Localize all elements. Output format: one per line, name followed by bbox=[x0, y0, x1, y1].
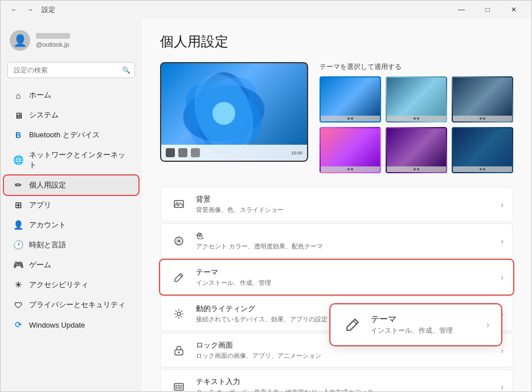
theme-thumbnail-5[interactable] bbox=[386, 127, 447, 173]
theme-thumbnails: テーマを選択して適用する bbox=[320, 62, 513, 173]
back-button[interactable]: ← bbox=[7, 3, 21, 16]
text-input-icon bbox=[170, 378, 188, 392]
taskbar-preview: 10:30 bbox=[161, 145, 307, 161]
item-desc-theme: インストール、作成、管理 bbox=[196, 279, 501, 287]
theme-select-label: テーマを選択して適用する bbox=[320, 62, 513, 72]
svg-rect-6 bbox=[174, 201, 183, 207]
settings-list: 背景 背景画像、色、スライドショー › 色 bbox=[160, 187, 513, 391]
theme-thumbnail-2[interactable] bbox=[386, 76, 447, 122]
sidebar-item-network[interactable]: 🌐 ネットワークとインターネット bbox=[4, 145, 138, 175]
theme-thumbnail-3[interactable] bbox=[452, 76, 513, 122]
svg-rect-25 bbox=[175, 387, 177, 389]
tb-dot bbox=[351, 117, 353, 120]
arrow-icon-background: › bbox=[501, 200, 504, 209]
titlebar-left: ← → 設定 bbox=[7, 3, 55, 16]
taskbar-app-icon2 bbox=[191, 148, 200, 157]
time-icon: 🕐 bbox=[13, 240, 23, 250]
sidebar-item-windows-update[interactable]: ⟳ Windows Update bbox=[4, 315, 138, 334]
thumbnail-grid bbox=[320, 76, 513, 173]
system-icon: 🖥 bbox=[13, 110, 23, 120]
forward-button[interactable]: → bbox=[23, 3, 37, 16]
svg-line-15 bbox=[175, 311, 177, 312]
titlebar: ← → 設定 — □ ✕ bbox=[1, 1, 531, 19]
theme-thumbnail-6[interactable] bbox=[452, 127, 513, 173]
svg-rect-24 bbox=[181, 385, 182, 386]
window-controls: — □ ✕ bbox=[448, 1, 527, 19]
theme-tooltip-popup[interactable]: テーマ インストール、作成、管理 › bbox=[330, 304, 501, 345]
sidebar-item-label: アプリ bbox=[29, 200, 51, 210]
thumb-taskbar-6 bbox=[453, 166, 512, 172]
sidebar-item-label: ゲーム bbox=[29, 260, 51, 270]
sidebar-item-label: Bluetooth とデバイス bbox=[29, 130, 100, 140]
settings-item-text-input[interactable]: テキスト入力 タッチ キーボード、音声入力、絵文字など、入力方式エディター › bbox=[160, 369, 513, 391]
personalization-icon: ✏ bbox=[13, 180, 23, 190]
item-title-theme: テーマ bbox=[196, 267, 501, 277]
wallpaper-preview: 10:30 bbox=[160, 62, 308, 162]
sidebar-item-system[interactable]: 🖥 システム bbox=[4, 105, 138, 125]
settings-item-background[interactable]: 背景 背景画像、色、スライドショー › bbox=[160, 187, 513, 222]
arrow-icon-lock-screen: › bbox=[501, 346, 504, 355]
thumb-taskbar-1 bbox=[321, 116, 380, 121]
search-input[interactable] bbox=[7, 62, 135, 78]
accessibility-icon: ✳ bbox=[13, 280, 23, 290]
theme-thumbnail-4[interactable] bbox=[320, 127, 381, 173]
svg-point-20 bbox=[178, 352, 180, 353]
item-title-text-input: テキスト入力 bbox=[196, 377, 501, 387]
sidebar-item-personalization[interactable]: ✏ 個人用設定 bbox=[4, 175, 138, 195]
maximize-button[interactable]: □ bbox=[474, 1, 501, 19]
arrow-icon-dynamic-lighting: › bbox=[501, 309, 504, 318]
svg-rect-21 bbox=[174, 383, 183, 390]
windows-update-icon: ⟳ bbox=[13, 320, 23, 330]
sidebar-item-accounts[interactable]: 👤 アカウント bbox=[4, 215, 138, 235]
sidebar-item-label: ネットワークとインターネット bbox=[29, 150, 129, 170]
sidebar-item-label: 個人用設定 bbox=[29, 180, 66, 190]
theme-section: 10:30 テーマを選択して適用する bbox=[160, 62, 513, 173]
network-icon: 🌐 bbox=[13, 155, 23, 165]
window-title: 設定 bbox=[42, 5, 55, 15]
sidebar-item-label: ホーム bbox=[29, 90, 51, 100]
theme-thumbnail-1[interactable] bbox=[320, 76, 381, 122]
thumb-taskbar-2 bbox=[387, 116, 446, 121]
svg-point-9 bbox=[178, 240, 180, 242]
sidebar-item-privacy[interactable]: 🛡 プライバシーとセキュリティ bbox=[4, 295, 138, 315]
theme-icon bbox=[170, 268, 188, 287]
tooltip-arrow-icon: › bbox=[486, 320, 489, 329]
sidebar-item-label: アクセシビリティ bbox=[29, 280, 88, 290]
sidebar-item-gaming[interactable]: 🎮 ゲーム bbox=[4, 255, 138, 275]
item-text-theme: テーマ インストール、作成、管理 bbox=[196, 267, 501, 287]
avatar: 👤 bbox=[10, 30, 30, 51]
arrow-icon-color: › bbox=[501, 236, 504, 246]
settings-item-color[interactable]: 色 アクセント カラー、透明度効果、配色テーマ › bbox=[160, 223, 513, 258]
main-panel: 個人用設定 bbox=[142, 19, 531, 391]
minimize-button[interactable]: — bbox=[448, 1, 474, 19]
sidebar-item-label: 時刻と言語 bbox=[29, 240, 66, 250]
tb-dot bbox=[483, 168, 485, 170]
search-box: 🔍 bbox=[7, 62, 135, 78]
tb-dot bbox=[417, 117, 419, 120]
sidebar-item-label: アカウント bbox=[29, 220, 66, 230]
settings-window: ← → 設定 — □ ✕ 👤 @outlook.jp bbox=[0, 0, 532, 392]
svg-rect-26 bbox=[178, 387, 182, 389]
sidebar-item-accessibility[interactable]: ✳ アクセシビリティ bbox=[4, 275, 138, 295]
item-desc-background: 背景画像、色、スライドショー bbox=[196, 206, 501, 214]
bluetooth-icon: B bbox=[13, 130, 23, 140]
arrow-icon-text-input: › bbox=[501, 382, 504, 391]
content-area: 👤 @outlook.jp 🔍 ⌂ ホーム 🖥 bbox=[1, 19, 531, 391]
user-email: @outlook.jp bbox=[36, 41, 70, 48]
user-section: 👤 @outlook.jp bbox=[1, 23, 142, 60]
sidebar-item-bluetooth[interactable]: B Bluetooth とデバイス bbox=[4, 125, 138, 145]
svg-rect-23 bbox=[178, 385, 180, 386]
tb-dot bbox=[414, 168, 416, 170]
item-title-background: 背景 bbox=[196, 194, 501, 205]
tb-dot bbox=[480, 168, 482, 170]
close-button[interactable]: ✕ bbox=[501, 1, 527, 19]
user-info: @outlook.jp bbox=[36, 33, 70, 48]
arrow-icon-theme: › bbox=[501, 273, 504, 282]
sidebar-item-label: プライバシーとセキュリティ bbox=[29, 300, 125, 310]
sidebar-item-home[interactable]: ⌂ ホーム bbox=[4, 85, 138, 105]
thumb-taskbar-3 bbox=[453, 116, 512, 121]
sidebar-item-time[interactable]: 🕐 時刻と言語 bbox=[4, 235, 138, 255]
settings-item-theme[interactable]: テーマ インストール、作成、管理 › テーマ bbox=[160, 260, 513, 295]
sidebar-item-apps[interactable]: ⊞ アプリ bbox=[4, 195, 138, 215]
home-icon: ⌂ bbox=[13, 90, 23, 100]
